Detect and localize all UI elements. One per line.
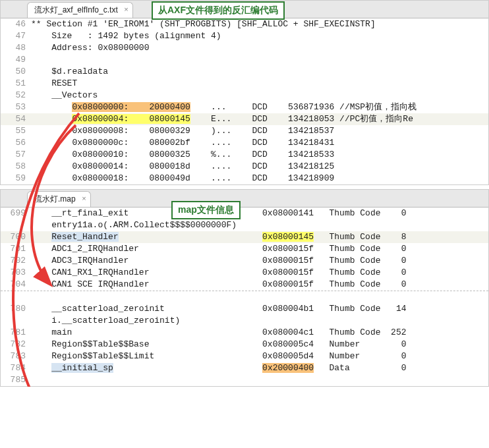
symbol-hl: __initial_sp	[51, 363, 113, 373]
line-number: 55	[1, 125, 31, 137]
code-text: main 0x080004c1 Thumb Code 252	[31, 327, 407, 337]
code-line: 48 Address: 0x08000000	[1, 42, 488, 54]
code-text: i.__scatterload_zeroinit)	[31, 316, 180, 325]
code-line: 53 0x08000000: 20000400 ... DCD 53687193…	[1, 101, 488, 113]
close-icon[interactable]: ×	[82, 194, 86, 202]
code-line: 57 0x08000010: 08000325 %... DCD 1342185…	[1, 149, 488, 161]
code-text: ** Section #1 'ER_IROM1' (SHT_PROGBITS) …	[31, 19, 376, 29]
line-number: 47	[1, 30, 31, 42]
code-line: 785	[1, 374, 488, 386]
code-text: 0x08000018: 0800049d .... DCD 134218909	[31, 173, 334, 183]
code-line: 704 CAN1 SCE IRQHandler 0x0800015f Thumb…	[1, 279, 488, 291]
code-line: 59 0x08000018: 0800049d .... DCD 1342189…	[1, 173, 488, 184]
code-text: Region$$Table$$Limit 0x080005d4 Number 0	[31, 351, 407, 361]
bottom-editor-pane: 流水灯.map × 699 __rt_final_exit 0x08000141…	[0, 189, 489, 387]
line-number: 51	[1, 78, 31, 90]
code-line: 51 RESET	[1, 78, 488, 90]
line-number: 58	[1, 161, 31, 173]
code-text: 0x0800000c: 080002bf .... DCD 134218431	[31, 138, 334, 148]
code-line: 699 __rt_final_exit 0x08000141 Thumb Cod…	[1, 208, 488, 219]
line-number: 784	[1, 362, 31, 374]
code-line: 780 __scatterload_zeroinit 0x080004b1 Th…	[1, 303, 488, 315]
line-number: 701	[1, 243, 31, 255]
code-text: __scatterload_zeroinit 0x080004b1 Thumb …	[31, 304, 407, 314]
tab-label: 流水灯.map	[34, 194, 76, 204]
code-text: entry11a.o(.ARM.Collect$$$$0000000F)	[31, 220, 237, 230]
line-number: 704	[1, 279, 31, 291]
line-number: 702	[1, 255, 31, 267]
code-text: Size : 1492 bytes (alignment 4)	[31, 31, 221, 41]
top-editor-pane: 流水灯_axf_elfInfo_c.txt × 46** Section #1 …	[0, 0, 489, 185]
addr-hl: 0x20000400	[262, 363, 314, 373]
code-text: 0x08000014: 0800018d .... DCD 134218125	[31, 161, 334, 171]
line-number: 46	[1, 18, 31, 30]
line-number: 56	[1, 137, 31, 149]
line-number: 782	[1, 339, 31, 350]
line-number: 59	[1, 173, 31, 184]
line-number: 50	[1, 66, 31, 78]
code-line: 703 CAN1_RX1_IRQHandler 0x0800015f Thumb…	[1, 267, 488, 279]
code-text: ADC3_IRQHandler 0x0800015f Thumb Code 0	[31, 256, 407, 266]
code-line: 782 Region$$Table$$Base 0x080005c4 Numbe…	[1, 339, 488, 350]
code-body-2: 699 __rt_final_exit 0x08000141 Thumb Cod…	[1, 208, 488, 386]
tab-label: 流水灯_axf_elfInfo_c.txt	[34, 5, 118, 14]
code-text: 0x08000010: 08000325 %... DCD 134218533	[31, 150, 334, 159]
addr-value-hl: 0x08000000: 20000400	[72, 102, 190, 112]
code-text: 0x08000008: 08000329 )... DCD 134218537	[31, 126, 334, 136]
tab-map-file[interactable]: 流水灯.map ×	[27, 191, 91, 207]
code-text: RESET	[31, 78, 77, 88]
line-number: 53	[1, 101, 31, 113]
code-line: i.__scatterload_zeroinit)	[1, 315, 488, 327]
code-line: 46** Section #1 'ER_IROM1' (SHT_PROGBITS…	[1, 18, 488, 30]
code-line: 783 Region$$Table$$Limit 0x080005d4 Numb…	[1, 350, 488, 362]
line-number: 57	[1, 149, 31, 161]
annotation-label-axf: 从AXF文件得到的反汇编代码	[152, 1, 285, 20]
line-number: 785	[1, 374, 31, 386]
tab-axf-file[interactable]: 流水灯_axf_elfInfo_c.txt ×	[27, 2, 133, 18]
code-line: 784 __initial_sp 0x20000400 Data 0	[1, 362, 488, 374]
line-number: 48	[1, 42, 31, 54]
code-text: CAN1_RX1_IRQHandler 0x0800015f Thumb Cod…	[31, 267, 407, 277]
code-text: $d.realdata	[31, 67, 108, 76]
code-text: __Vectors	[31, 90, 98, 100]
code-text: ADC1_2_IRQHandler 0x0800015f Thumb Code …	[31, 244, 407, 254]
line-number: 700	[1, 231, 31, 243]
code-text: Address: 0x08000000	[31, 43, 149, 53]
code-line: 54 0x08000004: 08000145 E... DCD 1342180…	[1, 113, 488, 125]
line-number: 783	[1, 350, 31, 362]
close-icon[interactable]: ×	[124, 5, 128, 13]
line-number: 49	[1, 54, 31, 66]
line-number: 781	[1, 327, 31, 339]
line-number: 699	[1, 208, 31, 219]
code-line: 781 main 0x080004c1 Thumb Code 252	[1, 327, 488, 339]
code-line: entry11a.o(.ARM.Collect$$$$0000000F)	[1, 219, 488, 231]
addr-value-hl: 0x08000004: 08000145	[72, 114, 190, 124]
code-text: Region$$Table$$Base 0x080005c4 Number 0	[31, 339, 407, 349]
code-line	[1, 291, 488, 303]
symbol-hl: Reset_Handler	[51, 232, 118, 242]
code-line: 47 Size : 1492 bytes (alignment 4)	[1, 30, 488, 42]
code-line: 55 0x08000008: 08000329 )... DCD 1342185…	[1, 125, 488, 137]
line-number: 703	[1, 267, 31, 279]
line-number: 52	[1, 90, 31, 101]
code-line: 702 ADC3_IRQHandler 0x0800015f Thumb Cod…	[1, 255, 488, 267]
code-line: 56 0x0800000c: 080002bf .... DCD 1342184…	[1, 137, 488, 149]
tabbar-2: 流水灯.map ×	[1, 190, 488, 208]
code-line: 701 ADC1_2_IRQHandler 0x0800015f Thumb C…	[1, 243, 488, 255]
line-number: 54	[1, 113, 31, 125]
code-text: CAN1 SCE IRQHandler 0x0800015f Thumb Cod…	[31, 279, 407, 289]
line-number: 780	[1, 303, 31, 315]
code-line: 52 __Vectors	[1, 90, 488, 101]
code-line: 58 0x08000014: 0800018d .... DCD 1342181…	[1, 161, 488, 173]
code-line: 700 Reset_Handler 0x08000145 Thumb Code …	[1, 231, 488, 243]
annotation-label-map: map文件信息	[171, 201, 241, 219]
code-line: 50 $d.realdata	[1, 66, 488, 78]
code-line: 49	[1, 54, 488, 66]
addr-hl: 0x08000145	[262, 232, 314, 242]
code-body-1: 46** Section #1 'ER_IROM1' (SHT_PROGBITS…	[1, 18, 488, 184]
